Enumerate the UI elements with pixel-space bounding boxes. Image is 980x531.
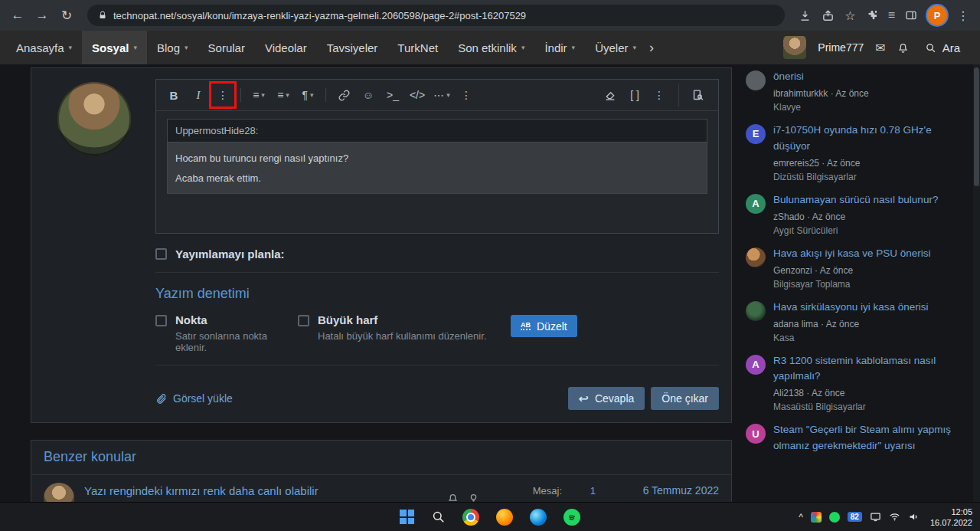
bbcode-brackets-button[interactable]: [ ] [623,84,646,107]
browser-forward-button[interactable]: → [31,4,54,27]
remove-format-eraser-button[interactable] [599,84,622,107]
smiley-button[interactable]: ☺ [357,84,380,107]
cast-screen-icon[interactable] [870,511,881,523]
activity-category[interactable]: Kasa [773,333,957,343]
preview-button[interactable] [678,84,712,107]
nav-videolar[interactable]: Videolar [255,31,317,64]
edge-icon[interactable] [530,509,547,526]
browser-menu-icon[interactable]: ⋮ [957,8,969,23]
tray-badge-count[interactable]: 82 [848,512,862,522]
text-format-menu-button[interactable]: ⋮ [211,84,234,107]
tray-app-icon[interactable] [811,512,822,523]
tray-spotify-icon[interactable] [829,512,840,523]
activity-avatar[interactable] [746,247,766,267]
browser-profile-avatar[interactable]: P [927,5,947,25]
bold-button[interactable]: B [162,84,185,107]
network-wifi-icon[interactable] [889,511,900,523]
activity-title[interactable]: Hava akışı iyi kasa ve PSU önerisi [773,246,957,262]
nav-overflow-chevron-icon[interactable]: › [646,31,657,64]
activity-item[interactable]: Hava akışı iyi kasa ve PSU önerisi Genzo… [746,246,957,290]
nav-uyeler[interactable]: Üyeler▾ [585,31,646,64]
volume-speaker-icon[interactable] [908,511,920,523]
activity-item[interactable]: E i7-10750H oyunda hızı 0.78 GHz'e düşüy… [746,123,957,182]
bookmark-star-icon[interactable]: ☆ [844,8,855,23]
activity-category[interactable]: Klavye [773,102,957,113]
thread-title[interactable]: Yazı rengindeki kırmızı renk daha canlı … [84,484,423,497]
editor-text-area[interactable]: UppermostHide28: Hocam bu turuncu rengi … [156,111,718,233]
firefox-icon[interactable] [496,509,513,526]
thread-avatar[interactable] [44,483,74,502]
activity-avatar[interactable]: U [746,424,766,444]
nav-anasayfa[interactable]: Anasayfa▾ [6,31,82,64]
activity-item[interactable]: Hava sirkülasyonu iyi kasa önerisi adana… [746,300,957,343]
reading-list-icon[interactable]: ≡ [888,8,895,22]
user-avatar[interactable] [783,36,806,59]
page-scrollbar[interactable] [973,64,980,502]
taskbar-clock[interactable]: 12:05 16.07.2022 [927,506,972,528]
align-button[interactable]: ≡▾ [272,84,295,107]
messages-envelope-icon[interactable]: ✉ [875,41,885,55]
overflow-menu-button[interactable]: ⋮ [455,84,478,107]
activity-avatar[interactable] [746,301,766,321]
spotify-icon[interactable] [564,509,580,526]
activity-avatar[interactable]: A [746,194,766,214]
start-button-icon[interactable] [400,510,414,524]
thread-date[interactable]: 6 Temmuz 2022 [606,484,719,497]
list-button[interactable]: ≡▾ [247,84,270,107]
username[interactable]: Prime777 [818,41,864,54]
taskbar-search-icon[interactable] [431,510,446,524]
download-icon[interactable] [799,9,812,22]
thread-row[interactable]: Yazı rengindeki kırmızı renk daha canlı … [31,475,731,502]
activity-title[interactable]: Hava sirkülasyonu iyi kasa önerisi [773,300,957,316]
activity-title[interactable]: Steam "Geçerli bir Steam alımı yapmış ol… [773,422,957,454]
nav-turknet[interactable]: TurkNet [387,31,448,64]
search-button[interactable]: Ara [920,41,965,54]
insert-link-button[interactable] [332,84,355,107]
cevapla-button[interactable]: ↩ Cevapla [568,387,645,410]
nav-son-etkinlik[interactable]: Son etkinlik▾ [448,31,534,64]
extensions-puzzle-icon[interactable] [866,9,878,21]
activity-category[interactable]: Bilgisayar Toplama [773,279,957,290]
activity-title[interactable]: Bulunamayan sürücü nasıl bulunur? [773,192,957,208]
italic-button[interactable]: I [187,84,210,107]
schedule-checkbox[interactable] [155,248,167,260]
rich-text-editor[interactable]: B I ⋮ ≡▾ ≡▾ ¶▾ [155,79,719,234]
activity-item[interactable]: A R3 1200 sistemin kablolaması nasıl yap… [746,353,957,413]
activity-category[interactable]: Dizüstü Bilgisayarlar [773,172,957,182]
paragraph-button[interactable]: ¶▾ [296,84,319,107]
activity-title[interactable]: i7-10750H oyunda hızı 0.78 GHz'e düşüyor [773,123,957,155]
activity-item[interactable]: A Bulunamayan sürücü nasıl bulunur? zSha… [746,192,957,236]
editor-menu-dots-button[interactable]: ⋮ [648,84,671,107]
activity-category[interactable]: Masaüstü Bilgisayarlar [773,402,957,412]
chrome-icon[interactable] [462,509,479,526]
bulb-icon[interactable] [468,493,479,503]
scrollbar-thumb[interactable] [974,67,979,186]
duzelt-button[interactable]: AB Düzelt [511,315,577,337]
buyuk-harf-checkbox[interactable] [298,315,309,326]
alerts-bell-icon[interactable] [897,42,909,54]
address-bar[interactable]: technopat.net/sosyal/konu/imzaya-renkli-… [87,5,785,26]
activity-item[interactable]: U Steam "Geçerli bir Steam alımı yapmış … [746,422,957,454]
nav-blog[interactable]: Blog▾ [147,31,198,64]
activity-avatar[interactable]: E [746,124,766,144]
browser-reload-button[interactable]: ↻ [55,4,78,27]
activity-category[interactable]: Aygıt Sürücüleri [773,225,957,236]
code-button[interactable]: </> [406,84,429,107]
bell-icon[interactable] [447,493,459,503]
activity-avatar[interactable]: A [746,355,766,375]
nav-sorular[interactable]: Sorular [198,31,255,64]
quote-author[interactable]: UppermostHide28: [168,120,707,143]
more-tools-button[interactable]: ⋯▾ [430,84,453,107]
activity-item[interactable]: önerisi ibrahimturkkk · Az önce Klavye [746,69,957,113]
browser-back-button[interactable]: ← [6,4,29,27]
nav-sosyal[interactable]: Sosyal▾ [82,31,147,64]
nav-tavsiyeler[interactable]: Tavsiyeler [317,31,388,64]
console-button[interactable]: >_ [381,84,404,107]
activity-title[interactable]: R3 1200 sistemin kablolaması nasıl yapıl… [773,353,957,385]
tray-caret-up-icon[interactable]: ^ [799,512,803,523]
nokta-checkbox[interactable] [155,315,167,326]
activity-avatar[interactable] [746,70,766,90]
one-cikar-button[interactable]: Öne çıkar [651,387,719,410]
activity-title[interactable]: önerisi [773,69,957,85]
current-user-avatar[interactable] [57,82,131,156]
